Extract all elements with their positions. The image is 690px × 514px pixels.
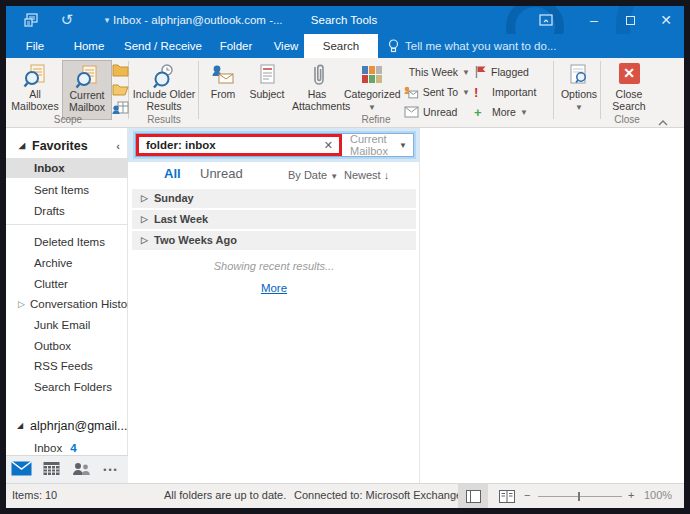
tab-file[interactable]: File bbox=[14, 34, 56, 58]
tab-search-active[interactable]: Search bbox=[304, 34, 378, 58]
all-mailboxes-label: All Mailboxes bbox=[11, 88, 58, 112]
tab-home[interactable]: Home bbox=[64, 34, 114, 58]
tab-send-receive[interactable]: Send / Receive bbox=[118, 34, 208, 58]
ribbon-display-options-icon[interactable] bbox=[530, 6, 562, 34]
tell-me-box[interactable]: Tell me what you want to do... bbox=[388, 34, 557, 58]
sidebar-item-deleted-items[interactable]: Deleted Items bbox=[6, 232, 128, 252]
outbox-label: Outbox bbox=[34, 336, 71, 356]
group-header-sunday[interactable]: ▷ Sunday bbox=[132, 189, 416, 208]
zoom-out-button[interactable]: − bbox=[524, 489, 530, 501]
sent-to-icon bbox=[404, 86, 419, 99]
sent-to-button[interactable]: Sent To ▼ bbox=[404, 82, 470, 102]
minimize-button[interactable]: – bbox=[578, 6, 610, 34]
zoom-level[interactable]: 100% bbox=[644, 489, 672, 501]
sidebar-item-junk-email[interactable]: Junk Email bbox=[6, 315, 128, 335]
more-nav-icon[interactable]: ••• bbox=[96, 465, 126, 475]
search-options-button[interactable]: Options ▼ bbox=[558, 60, 600, 120]
refine-group-label: Refine bbox=[202, 114, 550, 125]
important-label: Important bbox=[492, 86, 536, 98]
search-box: folder: inbox ✕ Current Mailbox ▼ bbox=[135, 133, 414, 157]
mail-nav-icon[interactable] bbox=[6, 461, 36, 478]
close-search-label: Close Search bbox=[612, 88, 645, 112]
sidebar-item-search-folders[interactable]: Search Folders bbox=[6, 377, 128, 397]
zoom-slider-track[interactable] bbox=[538, 496, 622, 497]
maximize-button[interactable] bbox=[614, 6, 646, 34]
send-receive-icon[interactable] bbox=[18, 6, 44, 34]
calendar-icon bbox=[404, 65, 405, 79]
more-results-link[interactable]: More bbox=[128, 282, 420, 294]
search-status-text: Showing recent results... bbox=[128, 260, 420, 272]
group-label: Sunday bbox=[154, 192, 194, 204]
this-week-button[interactable]: This Week ▼ bbox=[404, 62, 470, 82]
account-header[interactable]: ◢ alphrjan@gmail.... bbox=[6, 416, 128, 436]
expanded-triangle-icon: ◢ bbox=[17, 416, 23, 436]
include-older-results-label: Include Older Results bbox=[133, 88, 195, 112]
minimize-folder-pane-icon[interactable]: ‹ bbox=[116, 136, 120, 156]
sidebar-item-drafts[interactable]: Drafts bbox=[6, 201, 128, 221]
sidebar-item-outbox[interactable]: Outbox bbox=[6, 336, 128, 356]
all-mailboxes-button[interactable]: All Mailboxes bbox=[10, 60, 60, 120]
favorites-header[interactable]: ◢ Favorites ‹ bbox=[6, 136, 128, 156]
refine-column-2: Flagged ! Important + More ▼ bbox=[474, 62, 550, 122]
sidebar-item-clutter[interactable]: Clutter bbox=[6, 274, 128, 294]
ribbon-group-separator bbox=[198, 61, 199, 119]
screenshot-root: ↺ ▾ Inbox - alphrjan@outlook.com -... Se… bbox=[0, 0, 690, 514]
tab-view[interactable]: View bbox=[264, 34, 308, 58]
close-button[interactable]: ✕ bbox=[650, 6, 682, 34]
group-header-last-week[interactable]: ▷ Last Week bbox=[132, 210, 416, 229]
clutter-label: Clutter bbox=[34, 274, 68, 294]
group-header-two-weeks-ago[interactable]: ▷ Two Weeks Ago bbox=[132, 231, 416, 250]
expanded-triangle-icon: ◢ bbox=[19, 136, 25, 156]
chevron-down-icon: ▼ bbox=[399, 141, 407, 150]
sort-by-date-dropdown[interactable]: By Date ▼ bbox=[288, 169, 338, 181]
search-query-annotation: folder: inbox ✕ bbox=[136, 134, 342, 156]
chevron-down-icon: ▼ bbox=[575, 103, 583, 112]
main-content: ◢ Favorites ‹ Inbox Sent Items Drafts De… bbox=[6, 128, 684, 483]
lightbulb-icon bbox=[388, 39, 399, 53]
tab-folder[interactable]: Folder bbox=[212, 34, 260, 58]
results-group-label: Results bbox=[132, 114, 196, 125]
from-label: From bbox=[211, 88, 236, 100]
close-search-button[interactable]: ✕ Close Search bbox=[606, 60, 652, 120]
calendar-nav-icon[interactable] bbox=[36, 461, 66, 478]
clock-search-icon bbox=[132, 60, 196, 88]
reading-pane bbox=[421, 128, 684, 483]
search-scope-dropdown[interactable]: Current Mailbox ▼ bbox=[342, 134, 413, 156]
current-folder-icon[interactable] bbox=[112, 62, 130, 81]
flagged-button[interactable]: Flagged bbox=[474, 62, 550, 82]
mailbox-search-icon bbox=[63, 61, 111, 89]
sidebar-item-inbox[interactable]: Inbox bbox=[6, 158, 128, 178]
drafts-label: Drafts bbox=[34, 201, 65, 221]
subject-button[interactable]: Subject bbox=[244, 60, 290, 120]
categorized-button[interactable]: Categorized ▼ bbox=[344, 60, 400, 120]
archive-label: Archive bbox=[34, 253, 72, 273]
tell-me-label: Tell me what you want to do... bbox=[405, 40, 557, 52]
undo-icon[interactable]: ↺ bbox=[54, 6, 80, 34]
ribbon: All Mailboxes Current Mailbox Include Ol… bbox=[6, 58, 684, 128]
maximize-icon bbox=[626, 16, 635, 25]
red-x-icon: ✕ bbox=[619, 63, 640, 84]
filter-unread-tab[interactable]: Unread bbox=[200, 166, 243, 181]
important-button[interactable]: ! Important bbox=[474, 82, 550, 102]
normal-view-button[interactable] bbox=[458, 484, 488, 508]
current-mailbox-button[interactable]: Current Mailbox bbox=[62, 60, 112, 120]
zoom-in-button[interactable]: + bbox=[628, 489, 634, 501]
sidebar-item-sent-items[interactable]: Sent Items bbox=[6, 180, 128, 200]
subfolders-icon[interactable] bbox=[112, 81, 130, 100]
sidebar-item-rss-feeds[interactable]: RSS Feeds bbox=[6, 356, 128, 376]
sidebar-item-conversation-history[interactable]: ▷ Conversation History bbox=[6, 294, 128, 314]
sidebar-item-archive[interactable]: Archive bbox=[6, 253, 128, 273]
chevron-down-icon: ▼ bbox=[462, 68, 470, 77]
reading-view-button[interactable] bbox=[492, 484, 522, 508]
sort-order-toggle[interactable]: Newest ↓ bbox=[344, 169, 389, 181]
people-nav-icon[interactable] bbox=[66, 462, 96, 478]
zoom-slider-thumb[interactable] bbox=[578, 492, 580, 501]
paperclip-icon bbox=[292, 60, 342, 88]
search-input[interactable]: folder: inbox bbox=[146, 139, 324, 151]
from-button[interactable]: From bbox=[204, 60, 242, 120]
filter-all-tab[interactable]: All bbox=[164, 166, 181, 181]
has-attachments-button[interactable]: Has Attachments bbox=[292, 60, 342, 120]
collapsed-triangle-icon: ▷ bbox=[141, 231, 148, 250]
clear-search-icon[interactable]: ✕ bbox=[324, 139, 333, 152]
include-older-results-button[interactable]: Include Older Results bbox=[132, 60, 196, 120]
